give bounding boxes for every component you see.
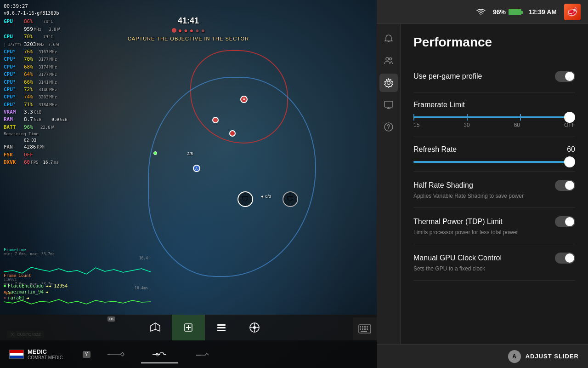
- svg-rect-6: [217, 327, 226, 328]
- keyboard-icon: [358, 324, 371, 334]
- player-class: COMBAT MEDIC: [28, 355, 63, 360]
- weapon-slot-3[interactable]: [185, 345, 221, 363]
- sidebar-item-users[interactable]: [379, 52, 398, 70]
- ram-val2: 0.0: [51, 117, 59, 123]
- use-per-game-toggle[interactable]: [555, 71, 575, 82]
- bottom-action-bar: A ADJUST SLIDER: [377, 344, 588, 368]
- counter-2-8: 2/8: [187, 151, 193, 156]
- weapon-slot-2[interactable]: [141, 345, 178, 363]
- frametime-val: 16.4: [4, 256, 148, 260]
- battery-percent: 96%: [493, 8, 506, 16]
- thermal-power-desc: Limits processor power for less total po…: [413, 229, 575, 236]
- action-btn-medkit[interactable]: [172, 315, 205, 340]
- manual-gpu-toggle[interactable]: [555, 253, 575, 264]
- avatar: 🥩: [564, 4, 581, 20]
- setting-refresh-rate: Refresh Rate 60: [413, 137, 575, 172]
- content-area: Performance Use per-game profile Framera…: [401, 24, 588, 344]
- svg-point-28: [389, 58, 391, 60]
- chat-line-3: ✕ rara01 ◄: [4, 295, 111, 300]
- remaining-label: Remaining Time: [4, 131, 39, 137]
- sidebar-item-notifications[interactable]: [379, 29, 398, 48]
- vram-val: 3.3: [24, 109, 33, 115]
- chat-line-2: ✕ saezmartin_94 ◄: [4, 289, 111, 294]
- framerate-slider-labels: 15 30 60 OFF: [413, 122, 575, 128]
- chat-name-2: saezmartin_94: [8, 289, 44, 294]
- framerate-slider-thumb[interactable]: [564, 112, 575, 123]
- toggle-knob-per-game: [565, 72, 574, 81]
- top-hud: 41:41 ● ● ● ● ● CAPTURE THE OBJECTIVE IN…: [128, 16, 249, 41]
- cpu6-label: CPU⁶: [4, 93, 23, 100]
- thermal-power-toggle[interactable]: [555, 216, 575, 227]
- right-panel: 96% 12:39 AM 🥩: [377, 0, 588, 368]
- cpu5-pct: 72%: [24, 86, 33, 93]
- framerate-slider-track[interactable]: [413, 116, 575, 118]
- slider-tick-30: [467, 114, 468, 121]
- cpu1-pct: 70%: [24, 56, 33, 63]
- chat-val-3: ◄: [26, 295, 29, 300]
- y-button[interactable]: Y: [83, 351, 90, 358]
- objective-marker-a: A: [240, 96, 248, 103]
- svg-rect-17: [364, 326, 366, 328]
- gpu-percent: 86%: [24, 18, 33, 25]
- page-title: Performance: [413, 35, 575, 50]
- manual-gpu-desc: Sets the GPU to a fixed clock: [413, 265, 575, 272]
- battery-icon: [509, 9, 521, 15]
- weapon-slot-1[interactable]: [97, 345, 134, 363]
- manual-gpu-label: Manual GPU Clock Control: [413, 254, 502, 262]
- lb-badge: LB: [107, 316, 115, 322]
- ram-label: RAM: [4, 116, 23, 123]
- objective-marker-a2: A: [193, 165, 200, 172]
- objective-text: CAPTURE THE OBJECTIVE IN THE SECTOR: [128, 36, 249, 41]
- action-btn-lb[interactable]: LB: [106, 315, 139, 340]
- action-btn-score[interactable]: [205, 315, 238, 340]
- time-display: 12:39 AM: [529, 8, 557, 16]
- slider-label-30: 30: [464, 122, 469, 128]
- sidebar-item-display[interactable]: [379, 96, 398, 114]
- svg-rect-21: [364, 328, 366, 330]
- slider-label-15: 15: [413, 122, 419, 128]
- cpu0-freq: 3167: [39, 49, 49, 55]
- svg-rect-15: [360, 326, 361, 328]
- svg-rect-22: [367, 328, 368, 330]
- chat-val-1: ◄◄ 12954: [45, 283, 68, 288]
- question-icon: [384, 122, 394, 132]
- action-btn-map[interactable]: [139, 315, 172, 340]
- action-btn-wheel[interactable]: [238, 315, 271, 340]
- scoreboard-icon: [215, 321, 228, 334]
- half-rate-toggle[interactable]: [555, 180, 575, 191]
- refresh-slider-track[interactable]: [413, 161, 575, 163]
- svg-point-29: [387, 81, 390, 85]
- keyboard-icon-area[interactable]: [353, 317, 377, 340]
- chat-icon-1: ●: [4, 284, 6, 288]
- toggle-knob-half-rate: [565, 181, 574, 190]
- chat-name-1: FlacoEncocado: [8, 283, 44, 288]
- batt-pct: 96%: [24, 124, 33, 131]
- cpu2-label: CPU²: [4, 63, 23, 70]
- adjust-slider-label: ADJUST SLIDER: [526, 353, 579, 360]
- sidebar-item-help[interactable]: [379, 118, 398, 136]
- svg-rect-5: [217, 324, 226, 326]
- refresh-slider-thumb[interactable]: [564, 156, 575, 167]
- cpu0-pct: 76%: [24, 48, 33, 55]
- player-info: MEDIC COMBAT MEDIC: [9, 348, 63, 360]
- chat-overlay: ● FlacoEncocado ◄◄ 12954 ✕ saezmartin_94…: [0, 283, 115, 301]
- cpu6-pct: 74%: [24, 93, 33, 100]
- remaining-time: 02:03: [24, 138, 36, 144]
- fan-label: FAN: [4, 144, 23, 150]
- setting-half-rate-shading: Half Rate Shading Applies Variable Rate …: [413, 172, 575, 208]
- cpu-label: CPU: [4, 33, 23, 40]
- cpu5-freq: 3146: [39, 87, 49, 93]
- setting-use-per-game: Use per-game profile: [413, 63, 575, 92]
- svg-rect-16: [362, 326, 363, 328]
- weapon-icon-1: [107, 350, 125, 359]
- chat-name-3: rara01: [8, 295, 24, 300]
- chat-icon-3: ✕: [4, 296, 6, 300]
- frametime-min-max: min: 7.0ms, max: 33.7ms: [4, 252, 148, 256]
- sidebar-item-settings[interactable]: [379, 74, 398, 92]
- framecount-label: Frame Count: [4, 273, 148, 278]
- refresh-slider-fill: [413, 161, 575, 163]
- setting-manual-gpu: Manual GPU Clock Control Sets the GPU to…: [413, 244, 575, 281]
- chat-val-2: ◄: [45, 289, 48, 294]
- wifi-area: [476, 8, 486, 16]
- a-button[interactable]: A: [508, 350, 521, 363]
